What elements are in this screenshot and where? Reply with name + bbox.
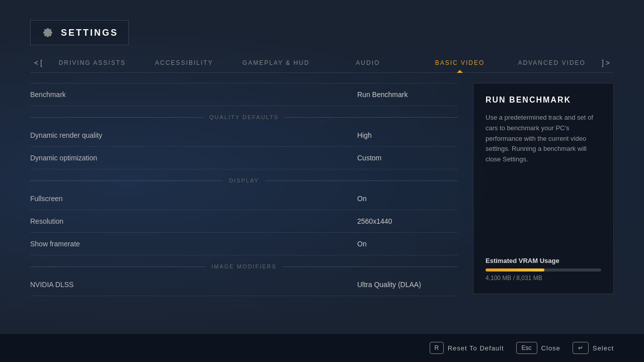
- nav-right-arrow[interactable]: ] >: [598, 59, 614, 67]
- vram-bar-fill: [486, 268, 544, 272]
- resolution-value: 2560x1440: [357, 217, 458, 225]
- vram-section: Estimated VRAM Usage 4,100 MB / 8,031 MB: [486, 247, 601, 282]
- tab-accessibility[interactable]: ACCESSIBILITY: [138, 53, 230, 72]
- quality-defaults-divider: QUALITY DEFAULTS: [30, 106, 458, 124]
- page-wrapper: SETTINGS < [ DRIVING ASSISTS ACCESSIBILI…: [0, 0, 644, 362]
- settings-title-box: SETTINGS: [30, 20, 129, 45]
- benchmark-value: Run Benchmark: [357, 90, 458, 99]
- display-divider: DISPLAY: [30, 169, 458, 188]
- show-framerate-row[interactable]: Show framerate On: [30, 233, 458, 255]
- show-framerate-label: Show framerate: [30, 240, 80, 248]
- settings-title: SETTINGS: [61, 28, 118, 38]
- display-section-label: DISPLAY: [229, 177, 259, 184]
- show-framerate-value: On: [357, 240, 458, 248]
- header: SETTINGS: [30, 20, 614, 45]
- vram-bar-container: [486, 268, 601, 272]
- divider-line-left: [30, 117, 203, 118]
- benchmark-row[interactable]: Benchmark Run Benchmark: [30, 83, 458, 106]
- info-panel-top: RUN BENCHMARK Use a predetermined track …: [486, 96, 601, 165]
- display-divider-line-right: [265, 180, 458, 181]
- dynamic-render-quality-row[interactable]: Dynamic render quality High: [30, 124, 458, 147]
- image-divider-line-right: [283, 266, 458, 267]
- info-panel: RUN BENCHMARK Use a predetermined track …: [473, 83, 614, 294]
- main-content: Benchmark Run Benchmark QUALITY DEFAULTS…: [30, 73, 614, 362]
- nav-tabs: < [ DRIVING ASSISTS ACCESSIBILITY GAMEPL…: [30, 53, 614, 73]
- tab-basic-video[interactable]: BASIC VIDEO: [414, 53, 506, 72]
- tab-audio[interactable]: AUDIO: [322, 53, 414, 72]
- nav-left-arrow[interactable]: < [: [30, 59, 46, 67]
- nvidia-dlss-value: Ultra Quality (DLAA): [357, 281, 458, 289]
- nvidia-dlss-label: NVIDIA DLSS: [30, 281, 73, 289]
- image-divider-line-left: [30, 266, 205, 267]
- vram-title: Estimated VRAM Usage: [486, 257, 601, 264]
- dynamic-optimization-value: Custom: [357, 154, 458, 162]
- divider-line-right: [285, 117, 458, 118]
- vram-usage-text: 4,100 MB / 8,031 MB: [486, 275, 601, 282]
- gear-icon: [41, 26, 55, 40]
- tab-driving-assists[interactable]: DRIVING ASSISTS: [46, 53, 138, 72]
- nvidia-dlss-row[interactable]: NVIDIA DLSS Ultra Quality (DLAA): [30, 274, 458, 296]
- image-modifiers-label: IMAGE MODIFIERS: [211, 263, 277, 269]
- dynamic-optimization-label: Dynamic optimization: [30, 154, 97, 162]
- tab-advanced-video[interactable]: ADVANCED VIDEO: [506, 53, 598, 72]
- dynamic-render-quality-value: High: [357, 131, 458, 139]
- fullscreen-row[interactable]: Fullscreen On: [30, 188, 458, 210]
- dynamic-optimization-row[interactable]: Dynamic optimization Custom: [30, 147, 458, 169]
- resolution-label: Resolution: [30, 217, 63, 225]
- benchmark-label: Benchmark: [30, 90, 66, 99]
- info-panel-title: RUN BENCHMARK: [486, 96, 601, 105]
- info-panel-description: Use a predetermined track and set of car…: [486, 113, 601, 165]
- settings-list: Benchmark Run Benchmark QUALITY DEFAULTS…: [30, 83, 473, 362]
- image-modifiers-divider: IMAGE MODIFIERS: [30, 255, 458, 274]
- dynamic-render-quality-label: Dynamic render quality: [30, 131, 102, 139]
- fullscreen-value: On: [357, 195, 458, 203]
- display-divider-line-left: [30, 180, 223, 181]
- tab-gameplay-hud[interactable]: GAMEPLAY & HUD: [230, 53, 322, 72]
- fullscreen-label: Fullscreen: [30, 195, 63, 203]
- quality-defaults-label: QUALITY DEFAULTS: [209, 114, 279, 120]
- resolution-row[interactable]: Resolution 2560x1440: [30, 210, 458, 233]
